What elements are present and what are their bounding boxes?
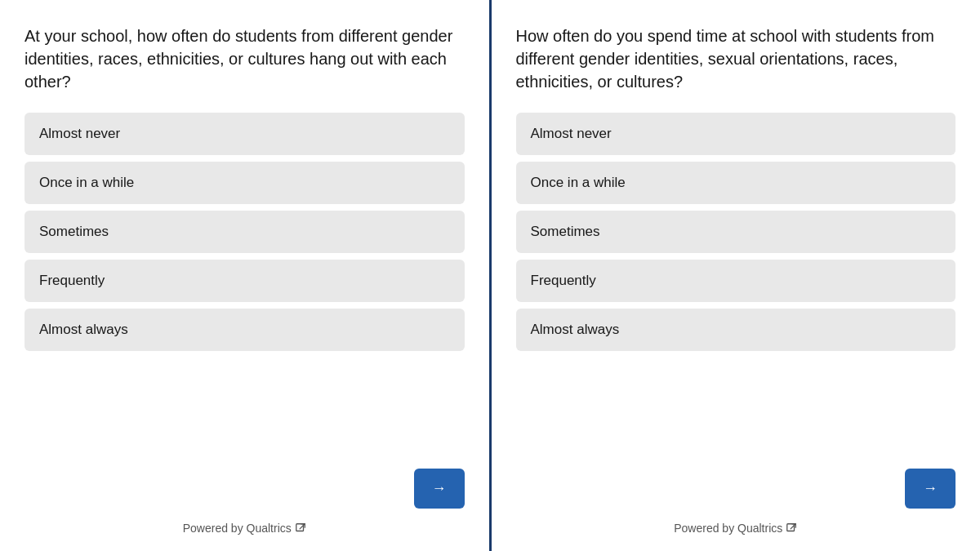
left-question: At your school, how often do students fr…	[24, 24, 465, 93]
left-next-button[interactable]: →	[414, 469, 465, 509]
right-option-1[interactable]: Almost never	[516, 113, 956, 155]
left-option-5[interactable]: Almost always	[24, 309, 465, 351]
right-footer: → Powered by Qualtrics	[516, 469, 956, 535]
right-option-4[interactable]: Frequently	[516, 260, 956, 302]
right-powered-by: Powered by Qualtrics	[674, 522, 797, 535]
right-option-2[interactable]: Once in a while	[516, 162, 956, 204]
svg-rect-2	[787, 524, 795, 531]
right-option-3[interactable]: Sometimes	[516, 211, 956, 253]
left-powered-by-text: Powered by Qualtrics	[183, 522, 292, 535]
right-options-list: Almost never Once in a while Sometimes F…	[516, 113, 956, 455]
left-powered-by: Powered by Qualtrics	[183, 522, 306, 535]
svg-line-3	[791, 524, 795, 529]
left-option-4[interactable]: Frequently	[24, 260, 465, 302]
right-next-button[interactable]: →	[905, 469, 956, 509]
left-option-2[interactable]: Once in a while	[24, 162, 465, 204]
left-option-1[interactable]: Almost never	[24, 113, 465, 155]
svg-rect-0	[296, 524, 304, 531]
left-option-3[interactable]: Sometimes	[24, 211, 465, 253]
right-powered-by-text: Powered by Qualtrics	[674, 522, 782, 535]
left-footer: → Powered by Qualtrics	[24, 469, 465, 535]
svg-line-1	[300, 524, 305, 529]
right-panel: How often do you spend time at school wi…	[492, 0, 981, 551]
left-panel: At your school, how often do students fr…	[0, 0, 492, 551]
right-option-5[interactable]: Almost always	[516, 309, 956, 351]
right-question: How often do you spend time at school wi…	[516, 24, 956, 93]
left-options-list: Almost never Once in a while Sometimes F…	[24, 113, 465, 455]
right-external-link-icon	[786, 522, 797, 534]
left-external-link-icon	[295, 522, 306, 534]
